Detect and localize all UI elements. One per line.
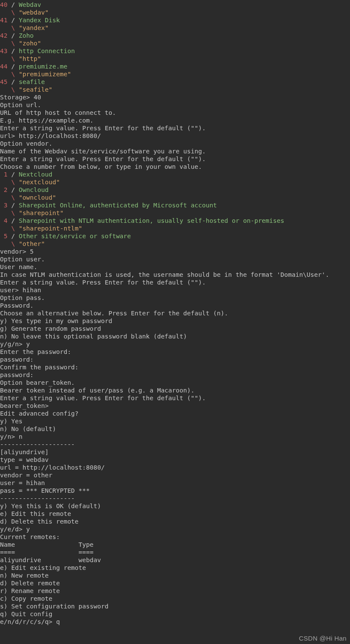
info-text: Option url. (0, 101, 350, 109)
storage-option: 41 / Yandex Disk (0, 16, 350, 24)
config-header: [aliyundrive] (0, 448, 350, 456)
info-text: y) Yes (0, 417, 350, 425)
info-text: e) Edit this remote (0, 510, 350, 518)
storage-option: 44 / premiumize.me (0, 63, 350, 70)
info-text: Enter a string value. Press Enter for th… (0, 279, 350, 286)
menu-item: q) Quit config (0, 610, 350, 618)
storage-option-code: \ "seafile" (0, 86, 350, 93)
password-text: Confirm the password: (0, 363, 350, 371)
info-text: E.g. https://example.com. (0, 117, 350, 124)
vendor-option-code: \ "other" (0, 240, 350, 248)
info-text: In case NTLM authentication is used, the… (0, 271, 350, 279)
info-text: y) Yes type in my own password (0, 317, 350, 325)
vendor-option: 3 / Sharepoint Online, authenticated by … (0, 201, 350, 209)
info-text: Option vendor. (0, 140, 350, 147)
menu-item: d) Delete remote (0, 579, 350, 587)
info-text: Choose a number from below, or type in y… (0, 163, 350, 171)
user-prompt[interactable]: user> hihan (0, 286, 350, 294)
remotes-columns: Name Type (0, 541, 350, 548)
password-text: Enter the password: (0, 348, 350, 356)
config-line: user = hihan (0, 479, 350, 487)
info-text: n) No leave this optional password blank… (0, 332, 350, 340)
info-text: Enter a string value. Press Enter for th… (0, 124, 350, 132)
menu-item: r) Rename remote (0, 587, 350, 595)
storage-option: 40 / Webdav (0, 1, 350, 9)
storage-option-code: \ "http" (0, 55, 350, 63)
storage-option: 43 / http Connection (0, 47, 350, 55)
separator: -------------------- (0, 440, 350, 448)
password-text: password: (0, 371, 350, 379)
info-text: Option bearer_token. (0, 379, 350, 386)
bearer-prompt[interactable]: bearer_token> (0, 402, 350, 410)
info-text: User name. (0, 263, 350, 271)
remotes-sep: ==== ==== (0, 548, 350, 556)
info-text: g) Generate random password (0, 325, 350, 332)
info-text: Enter a string value. Press Enter for th… (0, 394, 350, 402)
menu-item: s) Set configuration password (0, 602, 350, 610)
vendor-option: 4 / Sharepoint with NTLM authentication,… (0, 217, 350, 225)
vendor-option: 5 / Other site/service or software (0, 232, 350, 240)
info-text: d) Delete this remote (0, 518, 350, 525)
terminal-output[interactable]: 40 / Webdav \ "webdav"41 / Yandex Disk \… (0, 0, 350, 628)
remotes-header: Current remotes: (0, 533, 350, 541)
info-text: Option pass. (0, 294, 350, 302)
config-line: url = http://localhost:8080/ (0, 464, 350, 471)
menu-item: e) Edit existing remote (0, 564, 350, 572)
vendor-prompt[interactable]: vendor> 5 (0, 248, 350, 255)
storage-option-code: \ "zoho" (0, 39, 350, 47)
storage-option-code: \ "premiumizeme" (0, 70, 350, 78)
storage-option: 45 / seafile (0, 78, 350, 86)
advanced-prompt[interactable]: y/n> n (0, 433, 350, 440)
storage-option-code: \ "webdav" (0, 9, 350, 16)
info-text: Edit advanced config? (0, 410, 350, 417)
config-line: type = webdav (0, 456, 350, 464)
storage-prompt[interactable]: Storage> 40 (0, 93, 350, 101)
vendor-option: 2 / Owncloud (0, 186, 350, 194)
confirm-prompt[interactable]: y/e/d> y (0, 525, 350, 533)
password-text: password: (0, 356, 350, 363)
vendor-option-code: \ "owncloud" (0, 194, 350, 201)
config-line: pass = *** ENCRYPTED *** (0, 487, 350, 494)
info-text: URL of http host to connect to. (0, 109, 350, 117)
pass-choice-prompt[interactable]: y/g/n> y (0, 340, 350, 348)
info-text: Choose an alternative below. Press Enter… (0, 309, 350, 317)
info-text: Password. (0, 302, 350, 309)
info-text: Option user. (0, 255, 350, 263)
storage-option-code: \ "yandex" (0, 24, 350, 32)
vendor-option-code: \ "sharepoint-ntlm" (0, 225, 350, 232)
config-line: vendor = other (0, 471, 350, 479)
info-text: Enter a string value. Press Enter for th… (0, 155, 350, 163)
storage-option: 42 / Zoho (0, 32, 350, 39)
menu-item: n) New remote (0, 572, 350, 579)
menu-item: c) Copy remote (0, 595, 350, 602)
vendor-option: 1 / Nextcloud (0, 171, 350, 178)
separator: -------------------- (0, 494, 350, 502)
vendor-option-code: \ "sharepoint" (0, 209, 350, 217)
url-prompt[interactable]: url> http://localhost:8080/ (0, 132, 350, 140)
info-text: n) No (default) (0, 425, 350, 433)
info-text: Bearer token instead of user/pass (e.g. … (0, 386, 350, 394)
remotes-row: aliyundrive webdav (0, 556, 350, 564)
menu-prompt[interactable]: e/n/d/r/c/s/q> q (0, 618, 350, 626)
info-text: Name of the Webdav site/service/software… (0, 147, 350, 155)
vendor-option-code: \ "nextcloud" (0, 178, 350, 186)
info-text: y) Yes this is OK (default) (0, 502, 350, 510)
